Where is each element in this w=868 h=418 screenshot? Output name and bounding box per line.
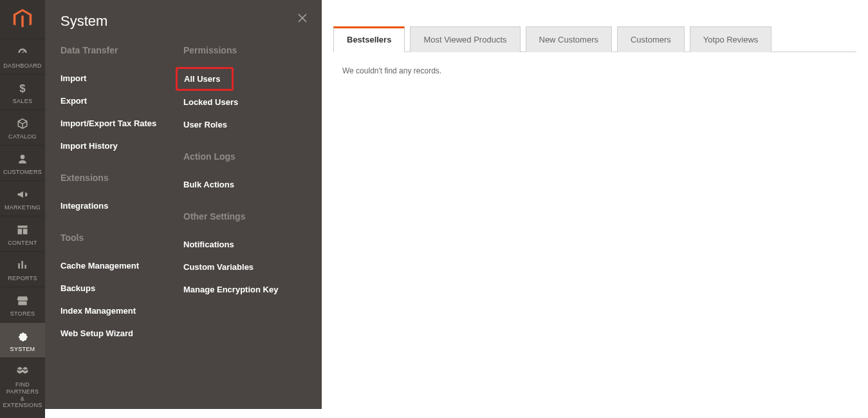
nav-label: DASHBOARD	[3, 62, 42, 69]
nav-label: CONTENT	[8, 240, 37, 246]
nav-item-reports[interactable]: REPORTS	[0, 251, 45, 287]
nav-item-content[interactable]: CONTENT	[0, 216, 45, 251]
tab-customers[interactable]: Customers	[617, 26, 685, 52]
flyout-link-index-management[interactable]: Index Management	[60, 299, 183, 322]
nav-label: FIND PARTNERS& EXTENSIONS	[0, 381, 45, 409]
flyout-link-locked-users[interactable]: Locked Users	[183, 91, 306, 113]
flyout-heading-action-logs: Action Logs	[183, 151, 306, 162]
magento-logo[interactable]	[0, 0, 45, 39]
flyout-link-custom-variables[interactable]: Custom Variables	[183, 256, 306, 278]
gear-icon	[16, 329, 29, 343]
bars-icon	[16, 258, 29, 272]
flyout-column: Data TransferImportExportImport/Export T…	[60, 43, 183, 345]
flyout-link-backups[interactable]: Backups	[60, 277, 183, 299]
flyout-heading-tools: Tools	[60, 233, 183, 243]
flyout-close-button[interactable]	[295, 10, 310, 26]
flyout-link-bulk-actions[interactable]: Bulk Actions	[183, 173, 306, 196]
main-content: BestsellersMost Viewed ProductsNew Custo…	[322, 0, 868, 90]
nav-item-dashboard[interactable]: DASHBOARD	[0, 39, 45, 74]
flyout-link-integrations[interactable]: Integrations	[60, 195, 183, 217]
flyout-link-notifications[interactable]: Notifications	[183, 233, 306, 256]
nav-label: CATALOG	[8, 133, 37, 140]
flyout-link-all-users[interactable]: All Users	[176, 67, 234, 91]
flyout-link-import-export-tax-rates[interactable]: Import/Export Tax Rates	[60, 112, 183, 135]
box-icon	[16, 117, 29, 131]
flyout-column: PermissionsAll UsersLocked UsersUser Rol…	[183, 43, 306, 345]
nav-label: MARKETING	[5, 204, 41, 211]
dashboard-icon	[16, 46, 29, 60]
cubes-icon	[16, 365, 29, 379]
storefront-icon	[16, 294, 29, 308]
flyout-link-user-roles[interactable]: User Roles	[183, 113, 306, 136]
dashboard-tabs: BestsellersMost Viewed ProductsNew Custo…	[333, 26, 856, 52]
admin-sidebar: DASHBOARD$SALESCATALOGCUSTOMERSMARKETING…	[0, 0, 45, 418]
nav-item-stores[interactable]: STORES	[0, 287, 45, 322]
nav-label: CUSTOMERS	[3, 169, 42, 175]
layout-icon	[16, 223, 29, 237]
tab-content-empty: We couldn't find any records.	[333, 52, 856, 90]
flyout-link-import[interactable]: Import	[60, 67, 183, 90]
flyout-heading-other-settings: Other Settings	[183, 211, 306, 222]
nav-item-catalog[interactable]: CATALOG	[0, 109, 45, 145]
tab-yotpo-reviews[interactable]: Yotpo Reviews	[690, 26, 772, 52]
dollar-icon: $	[16, 81, 29, 95]
tab-new-customers[interactable]: New Customers	[526, 26, 612, 52]
flyout-title: System	[45, 13, 322, 43]
flyout-heading-data-transfer: Data Transfer	[60, 45, 183, 55]
nav-label: REPORTS	[8, 275, 37, 281]
tab-bestsellers[interactable]: Bestsellers	[333, 26, 405, 52]
flyout-link-import-history[interactable]: Import History	[60, 135, 183, 157]
tab-most-viewed-products[interactable]: Most Viewed Products	[410, 26, 520, 52]
megaphone-icon	[16, 187, 29, 202]
svg-text:$: $	[19, 82, 26, 95]
flyout-heading-permissions: Permissions	[183, 45, 306, 55]
nav-item-marketing[interactable]: MARKETING	[0, 180, 45, 216]
system-flyout: System Data TransferImportExportImport/E…	[45, 0, 322, 409]
flyout-link-web-setup-wizard[interactable]: Web Setup Wizard	[60, 322, 183, 345]
flyout-link-manage-encryption-key[interactable]: Manage Encryption Key	[183, 278, 306, 301]
flyout-link-cache-management[interactable]: Cache Management	[60, 254, 183, 277]
magento-logo-icon	[12, 9, 33, 30]
nav-item-system[interactable]: SYSTEM	[0, 322, 45, 357]
nav-label: SALES	[13, 98, 33, 104]
person-icon	[16, 152, 29, 166]
close-icon	[297, 13, 308, 23]
nav-item-find-partners[interactable]: FIND PARTNERS& EXTENSIONS	[0, 357, 45, 414]
flyout-heading-extensions: Extensions	[60, 173, 183, 183]
nav-label: SYSTEM	[10, 346, 35, 352]
nav-item-sales[interactable]: $SALES	[0, 74, 45, 109]
flyout-link-export[interactable]: Export	[60, 90, 183, 112]
nav-label: STORES	[10, 310, 35, 317]
nav-item-customers[interactable]: CUSTOMERS	[0, 145, 45, 180]
